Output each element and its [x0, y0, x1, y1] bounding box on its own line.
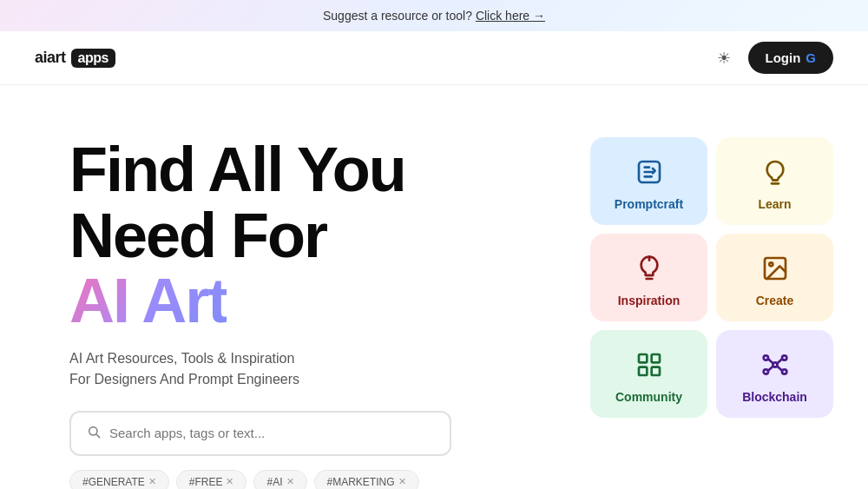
inspiration-label: Inspiration [618, 294, 681, 307]
community-icon [635, 351, 663, 383]
learn-label: Learn [758, 197, 791, 211]
hero-subtitle: AI Art Resources, Tools & Inspiration Fo… [69, 348, 521, 390]
card-inspiration[interactable]: Inspiration [590, 234, 707, 321]
svg-line-22 [777, 366, 782, 370]
svg-rect-13 [651, 367, 659, 375]
card-blockchain[interactable]: Blockchain [716, 330, 833, 418]
svg-line-19 [768, 359, 773, 363]
svg-rect-10 [639, 354, 647, 362]
logo-text: aiart [35, 49, 66, 67]
left-content: Find All You Need For AI Art AI Art Reso… [69, 137, 521, 489]
hero-title-line2: Need For [69, 201, 326, 270]
subtitle-line1: AI Art Resources, Tools & Inspiration [69, 351, 294, 366]
theme-toggle-button[interactable]: ☀ [713, 45, 734, 71]
promptcraft-label: Promptcraft [615, 197, 683, 211]
promptcraft-icon [635, 158, 663, 190]
create-icon [761, 254, 789, 287]
svg-line-1 [96, 434, 100, 438]
logo[interactable]: aiartapps [35, 49, 115, 68]
card-learn[interactable]: Learn [716, 137, 833, 225]
tag-marketing[interactable]: #MARKETING ✕ [314, 470, 419, 489]
search-icon [87, 425, 101, 442]
tags-row: #GENERATE ✕ #FREE ✕ #AI ✕ #MARKETING ✕ #… [69, 470, 521, 489]
tag-ai[interactable]: #AI ✕ [253, 470, 306, 489]
hero-ai-art: AI Art [69, 268, 227, 334]
banner-text: Suggest a resource or tool? [323, 9, 472, 23]
google-icon: G [806, 50, 816, 65]
tag-marketing-close[interactable]: ✕ [398, 476, 406, 487]
svg-rect-11 [651, 354, 659, 362]
search-bar [69, 411, 451, 456]
logo-badge: apps [71, 49, 115, 68]
subtitle-line2: For Designers And Prompt Engineers [69, 372, 299, 387]
hero-title-line1: Find All You [69, 135, 405, 204]
svg-line-21 [768, 366, 773, 370]
blockchain-icon [761, 351, 789, 383]
tag-free[interactable]: #FREE ✕ [176, 470, 247, 489]
search-input[interactable] [109, 426, 434, 440]
svg-rect-12 [639, 367, 647, 375]
community-label: Community [615, 390, 682, 404]
header-right: ☀ Login G [713, 42, 834, 74]
card-community[interactable]: Community [590, 330, 707, 418]
banner-link[interactable]: Click here → [476, 9, 545, 23]
card-promptcraft[interactable]: Promptcraft [590, 137, 707, 225]
tag-generate-close[interactable]: ✕ [148, 476, 156, 487]
hero-ai-text: AI [69, 266, 128, 335]
login-label: Login [766, 50, 801, 65]
svg-point-9 [769, 262, 773, 266]
category-grid: Promptcraft Learn [590, 137, 833, 418]
header: aiartapps ☀ Login G [0, 31, 868, 85]
tag-ai-close[interactable]: ✕ [286, 476, 294, 487]
card-create[interactable]: Create [716, 234, 833, 321]
inspiration-icon [635, 254, 663, 287]
main-container: Find All You Need For AI Art AI Art Reso… [0, 85, 868, 489]
learn-icon [761, 158, 789, 190]
blockchain-label: Blockchain [742, 390, 807, 404]
top-banner: Suggest a resource or tool? Click here → [0, 0, 868, 31]
tag-free-close[interactable]: ✕ [226, 476, 233, 487]
hero-title: Find All You Need For AI Art [69, 137, 521, 334]
hero-art-text: Art [128, 266, 227, 335]
login-button[interactable]: Login G [748, 42, 834, 74]
create-label: Create [756, 294, 794, 307]
tag-generate[interactable]: #GENERATE ✕ [69, 470, 169, 489]
sun-icon: ☀ [717, 50, 731, 67]
svg-line-20 [777, 359, 782, 363]
